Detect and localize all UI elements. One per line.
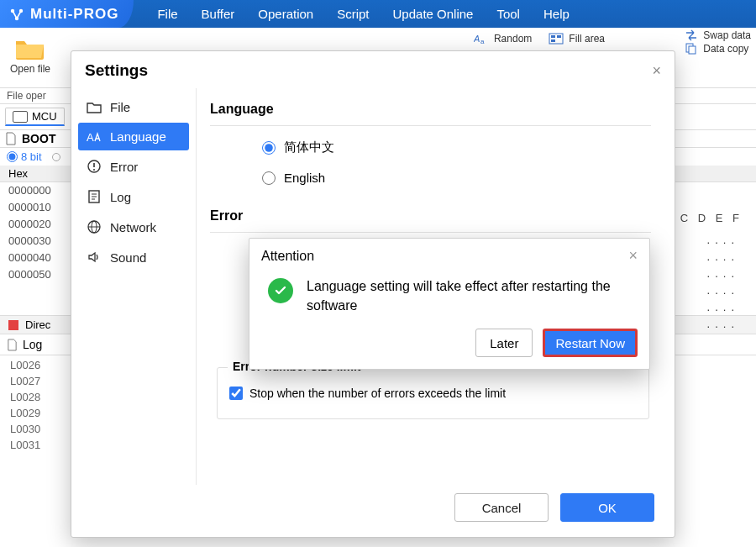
- random-button[interactable]: Aa Random: [474, 33, 532, 45]
- sidebar-item-sound[interactable]: Sound: [78, 243, 189, 271]
- menubar: Multi-PROG File Buffer Operation Script …: [0, 0, 756, 28]
- svg-rect-8: [551, 39, 555, 42]
- folder-icon: [87, 101, 102, 114]
- section-language-title: Language: [210, 102, 651, 117]
- svg-text:A: A: [87, 131, 94, 144]
- folder-open-icon: [13, 34, 47, 61]
- hex-ascii-column: ............ ............: [707, 232, 739, 333]
- red-square-icon: [8, 320, 18, 330]
- document-icon: [7, 339, 18, 351]
- open-file-button[interactable]: Open file: [5, 31, 55, 76]
- sidebar-item-error[interactable]: Error: [78, 152, 189, 181]
- brand-logo: Multi-PROG: [0, 0, 134, 28]
- settings-header: Settings ×: [71, 51, 675, 88]
- attention-title: Attention: [261, 249, 314, 264]
- sidebar-item-language[interactable]: A Language: [78, 123, 189, 150]
- settings-title: Settings: [85, 61, 148, 80]
- menu-file[interactable]: File: [157, 7, 177, 21]
- menu-buffer[interactable]: Buffer: [202, 7, 235, 21]
- hex-column-labels: C D E F: [680, 212, 743, 224]
- sidebar-item-network[interactable]: Network: [78, 213, 189, 241]
- settings-footer: Cancel OK: [71, 485, 675, 537]
- error-limit-checkbox[interactable]: Stop when the number of errors exceeds t…: [229, 387, 637, 400]
- attention-close-button[interactable]: ×: [628, 247, 638, 265]
- svg-rect-10: [689, 46, 696, 54]
- ok-button[interactable]: OK: [560, 493, 654, 522]
- fill-area-button[interactable]: Fill area: [549, 33, 605, 45]
- swap-data-button[interactable]: Swap data: [685, 29, 751, 41]
- settings-sidebar: File A Language Error Log Network Sound: [71, 88, 196, 485]
- cancel-button[interactable]: Cancel: [454, 493, 549, 522]
- svg-rect-5: [549, 34, 563, 44]
- sidebar-item-file[interactable]: File: [78, 93, 189, 121]
- tab-boot[interactable]: BOOT: [22, 132, 55, 145]
- svg-rect-7: [557, 35, 561, 38]
- svg-point-14: [93, 169, 95, 171]
- menu-script[interactable]: Script: [337, 7, 369, 21]
- settings-close-button[interactable]: ×: [652, 62, 661, 80]
- data-copy-button[interactable]: Data copy: [685, 43, 751, 55]
- brand-icon: [8, 6, 25, 23]
- svg-text:a: a: [480, 38, 485, 45]
- menu-tool[interactable]: Tool: [496, 7, 520, 21]
- menu-items: File Buffer Operation Script Update Onli…: [134, 7, 569, 21]
- log-icon: [87, 189, 102, 204]
- menu-update-online[interactable]: Update Online: [393, 7, 474, 21]
- fill-area-icon: [549, 33, 564, 45]
- sidebar-item-log[interactable]: Log: [78, 182, 189, 211]
- error-limit-frame: Error number size limit Stop when the nu…: [217, 367, 649, 419]
- swap-icon: [685, 29, 698, 41]
- section-error-title: Error: [210, 208, 651, 224]
- radio-lang-en[interactable]: English: [262, 171, 651, 185]
- tab-mcu[interactable]: MCU: [5, 108, 65, 126]
- language-icon: A: [87, 130, 102, 144]
- network-icon: [87, 219, 102, 234]
- svg-rect-6: [551, 35, 555, 38]
- success-check-icon: [268, 278, 293, 303]
- toolbar-right: Swap data Data copy: [685, 29, 751, 55]
- copy-icon: [685, 43, 698, 55]
- sound-icon: [87, 250, 102, 265]
- attention-message: Language setting will take effect after …: [307, 276, 631, 315]
- error-icon: [87, 159, 102, 174]
- menu-operation[interactable]: Operation: [258, 7, 313, 21]
- language-options: 简体中文 English: [210, 139, 651, 185]
- random-icon: Aa: [474, 33, 489, 45]
- radio-8bit[interactable]: 8 bit: [7, 150, 42, 163]
- chip-icon: [13, 111, 28, 123]
- radio-other[interactable]: [52, 153, 60, 161]
- svg-text:A: A: [474, 34, 480, 44]
- document-icon: [5, 132, 17, 145]
- menu-help[interactable]: Help: [543, 7, 570, 21]
- restart-now-button[interactable]: Restart Now: [543, 329, 638, 357]
- toolbar-mid: Aa Random Fill area: [474, 33, 605, 45]
- radio-lang-cn[interactable]: 简体中文: [262, 139, 651, 155]
- later-button[interactable]: Later: [475, 329, 533, 357]
- attention-dialog: Attention × Language setting will take e…: [249, 238, 650, 370]
